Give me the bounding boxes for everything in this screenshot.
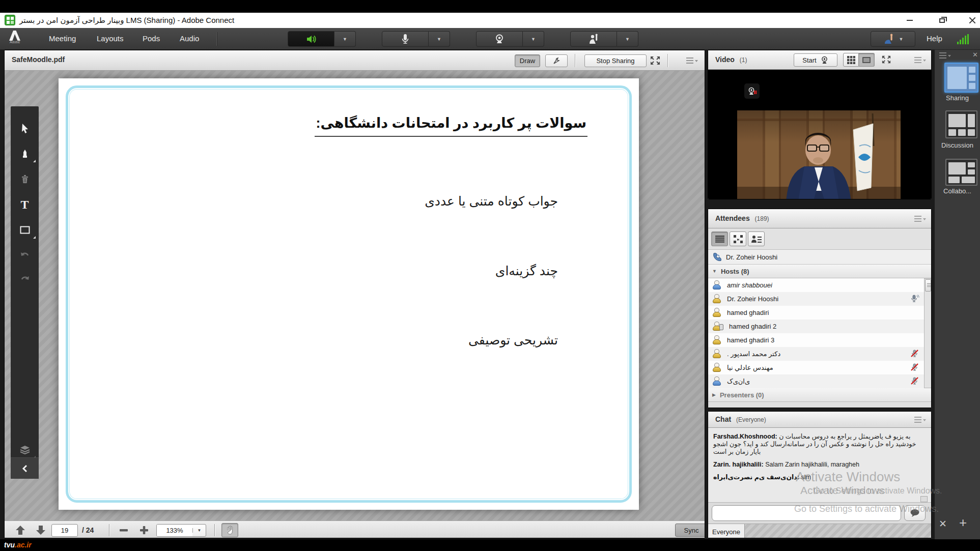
pod-tools-icon[interactable]: ✕: [939, 518, 947, 530]
pan-tool-button: [221, 521, 238, 538]
attendee-row[interactable]: مهندس عادلي نيا: [708, 361, 924, 374]
attendee-row[interactable]: amir shabbouei: [708, 278, 924, 292]
webcam-button[interactable]: [476, 31, 523, 47]
stop-sharing-button[interactable]: Stop Sharing: [584, 54, 647, 67]
attendee-name: مهندس عادلي نيا: [727, 364, 773, 371]
host-person-device-icon: [712, 322, 722, 331]
layout-label-sharing[interactable]: Sharing: [935, 94, 980, 102]
tab-everyone[interactable]: Everyone: [708, 524, 745, 538]
next-page-button[interactable]: [35, 521, 46, 538]
raise-hand-button[interactable]: [570, 31, 617, 47]
chat-input[interactable]: [712, 505, 901, 521]
status-hand-icon: [883, 33, 895, 45]
previous-page-button[interactable]: [15, 521, 26, 538]
attendee-row[interactable]: hamed ghadiri: [708, 306, 924, 320]
add-layout-icon[interactable]: +: [959, 515, 967, 531]
zoom-in-button[interactable]: [139, 521, 149, 538]
page-down-icon: [35, 525, 46, 536]
chat-message: Zarin. hajikhalili: Salam Zarin hajikhal…: [713, 461, 927, 469]
chat-pod-options-button[interactable]: [914, 416, 927, 423]
attendee-row[interactable]: . دکتر محمد اسدپور: [708, 347, 924, 361]
webcam-paused-icon[interactable]: [744, 83, 760, 99]
presentation-page[interactable]: سوالات پر کاربرد در امتحانات دانشگاهی: ج…: [59, 78, 639, 510]
collapse-toolbar-button[interactable]: [11, 457, 39, 479]
list-view-icon: [715, 236, 724, 243]
close-button[interactable]: [961, 13, 980, 28]
restore-button[interactable]: [931, 13, 953, 28]
video-pod-options-button[interactable]: [914, 56, 927, 64]
layout-thumb-sharing[interactable]: [944, 63, 978, 93]
menu-meeting[interactable]: Meeting: [49, 28, 76, 49]
attendee-name: amir shabbouei: [727, 281, 772, 289]
zoom-out-button[interactable]: [119, 521, 129, 538]
connection-signal-icon[interactable]: [957, 34, 969, 44]
microphone-dropdown[interactable]: ▼: [429, 31, 450, 47]
zoom-level-dropdown[interactable]: 133% ▼: [156, 524, 206, 537]
text-tool-button[interactable]: T: [11, 193, 39, 216]
share-pod-options-button[interactable]: [686, 57, 698, 64]
host-person-icon: [712, 335, 722, 345]
hosts-label: Hosts (8): [721, 268, 749, 275]
sync-button[interactable]: Sync: [675, 524, 705, 537]
redo-button[interactable]: [11, 268, 39, 291]
attendee-row[interactable]: Dr. Zoheir Hooshi: [708, 292, 924, 306]
presenters-section-header[interactable]: ▶ Presenters (0): [708, 388, 932, 402]
layout-thumb-discussion[interactable]: [945, 110, 977, 138]
speaker-dropdown[interactable]: ▼: [334, 31, 356, 47]
video-view-toggle: [843, 53, 875, 67]
microphone-muted-icon: [910, 349, 920, 358]
header-separator: [575, 54, 575, 67]
start-webcam-button[interactable]: Start: [794, 53, 837, 67]
slide-title: سوالات پر کاربرد در امتحانات دانشگاهی:: [315, 115, 587, 137]
page-number-input[interactable]: [51, 524, 78, 537]
layout-bar-options-button[interactable]: [939, 52, 951, 59]
filmstrip-view-button[interactable]: [859, 53, 875, 67]
speaker-button[interactable]: [288, 31, 334, 47]
video-title-text: Video: [715, 55, 735, 64]
hand-tool-button[interactable]: [221, 523, 238, 537]
layout-label-discussion[interactable]: Discussion: [935, 141, 980, 149]
attendee-row[interactable]: hamed ghadiri 2: [708, 320, 924, 333]
marker-tool-button[interactable]: [11, 142, 39, 165]
attendees-pod-options-button[interactable]: [914, 215, 927, 222]
help-menu[interactable]: Help: [927, 28, 942, 49]
menu-layouts[interactable]: Layouts: [97, 28, 124, 49]
tvu-logo: tvu.ac.ir: [4, 541, 32, 549]
video-fullscreen-button[interactable]: [881, 55, 891, 64]
microphone-button[interactable]: [382, 31, 429, 47]
my-status-button[interactable]: ▼: [871, 31, 915, 47]
fullscreen-button[interactable]: [650, 55, 661, 66]
pointer-tool-button[interactable]: [545, 54, 568, 67]
scrollbar-thumb[interactable]: [925, 279, 931, 292]
attendee-status-view-button[interactable]: [748, 231, 765, 246]
breakout-view-button[interactable]: [730, 231, 746, 246]
webcam-icon: [493, 33, 506, 45]
microphone-muted-icon: [910, 363, 920, 372]
layout-bar-close-icon[interactable]: ✕: [972, 51, 978, 59]
raise-hand-dropdown[interactable]: ▼: [617, 31, 638, 47]
attendee-list-view-button[interactable]: [711, 231, 728, 246]
attendee-row[interactable]: hamed ghadiri 3: [708, 333, 924, 347]
attendees-scrollbar[interactable]: [924, 278, 932, 388]
chat-message-list[interactable]: Farshad.Khoshnood: به یزیو ف یاضریمثل ر …: [708, 428, 932, 502]
attendee-name: hamed ghadiri 2: [729, 323, 776, 330]
active-speaker-row[interactable]: Dr. Zoheir Hooshi: [708, 250, 932, 265]
draw-button[interactable]: Draw: [515, 54, 540, 67]
chat-scrollbar[interactable]: [920, 496, 928, 502]
menu-pods[interactable]: Pods: [143, 28, 160, 49]
layout-thumb-collaboration[interactable]: [945, 159, 977, 186]
shape-tool-button[interactable]: [11, 218, 39, 242]
delete-tool-button[interactable]: [11, 167, 39, 191]
chat-message: Farshad.Khoshnood: به یزیو ف یاضریمثل ر …: [713, 433, 927, 456]
zoom-dropdown-caret: ▼: [192, 528, 206, 533]
menu-audio[interactable]: Audio: [180, 28, 199, 49]
layout-label-collaboration[interactable]: Collabo...: [935, 187, 980, 195]
webcam-dropdown[interactable]: ▼: [523, 31, 544, 47]
grid-view-button[interactable]: [843, 53, 859, 67]
send-message-button[interactable]: [904, 505, 926, 521]
selection-tool-button[interactable]: [11, 117, 39, 140]
hand-icon: [226, 526, 234, 535]
undo-button[interactable]: [11, 244, 39, 267]
hosts-section-header[interactable]: ▼ Hosts (8): [708, 265, 932, 278]
minimize-button[interactable]: [899, 13, 921, 28]
